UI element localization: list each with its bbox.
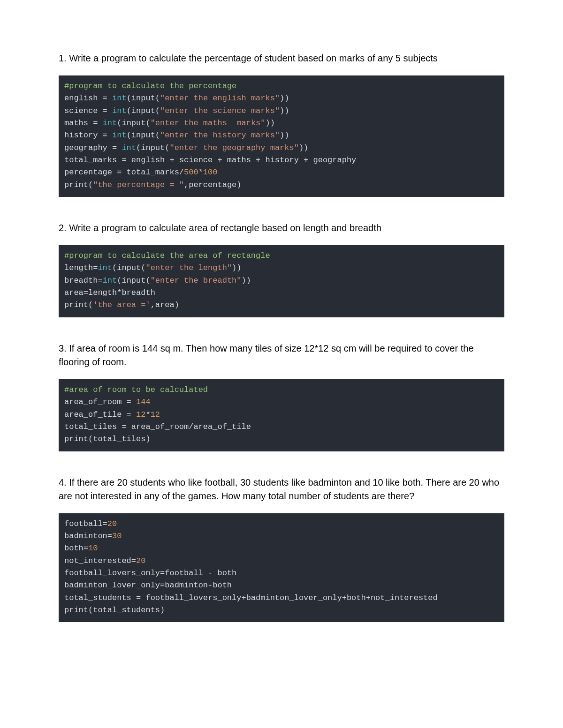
code-block: #program to calculate the area of rectan… — [59, 245, 504, 317]
code-token: total_tiles = area_of_room/area_of_tile — [64, 422, 251, 431]
code-token: int — [112, 94, 127, 103]
code-token: #area of room to be calculated — [64, 385, 208, 394]
code-token: 'the area =' — [93, 300, 150, 309]
code-token: )) — [266, 119, 275, 128]
question-text: 3. If area of room is 144 sq m. Then how… — [59, 342, 504, 369]
code-token: area=length*breadth — [64, 288, 155, 297]
code-token: int — [112, 106, 127, 115]
code-token: )) — [280, 106, 289, 115]
code-token: (input( — [127, 131, 160, 140]
question-text: 4. If there are 20 students who like foo… — [59, 476, 504, 503]
code-token: football_lovers_only=football - both — [64, 569, 236, 578]
code-token: total_students = football_lovers_only+ba… — [64, 593, 438, 602]
code-token: 30 — [112, 532, 122, 540]
question-text: 1. Write a program to calculate the perc… — [59, 52, 504, 65]
code-token: print( — [64, 300, 93, 309]
code-token: 20 — [107, 519, 117, 528]
code-token: total_marks = english + science + maths … — [64, 156, 356, 165]
code-token: science = — [64, 106, 112, 115]
code-token: badminton_lover_only=badminton-both — [64, 581, 232, 590]
code-token: history = — [64, 131, 112, 140]
code-token: badminton= — [64, 532, 112, 540]
code-token: ,percentage) — [184, 180, 241, 189]
code-token: int — [98, 263, 112, 272]
code-token: (input( — [112, 263, 145, 272]
code-block: #program to calculate the percentage eng… — [59, 75, 504, 197]
code-token: int — [122, 143, 136, 152]
code-token: #program to calculate the percentage — [64, 82, 236, 90]
code-token: (input( — [127, 94, 160, 103]
code-token: "enter the length" — [145, 263, 232, 272]
code-token: percentage = total_marks/ — [64, 168, 184, 177]
code-token: * — [198, 168, 203, 177]
code-token: )) — [280, 131, 289, 140]
code-token: (input( — [117, 276, 150, 285]
code-token: "enter the history marks" — [160, 131, 280, 140]
code-token: (input( — [127, 106, 160, 115]
code-block: football=20 badminton=30 both=10 not_int… — [59, 513, 504, 623]
code-token: int — [112, 131, 127, 140]
code-token: )) — [232, 263, 241, 272]
code-token: print( — [64, 180, 93, 189]
code-token: * — [145, 410, 150, 419]
code-token: geography = — [64, 143, 122, 152]
code-token: )) — [299, 143, 308, 152]
code-token: english = — [64, 94, 112, 103]
code-token: not_interested= — [64, 556, 136, 565]
code-token: )) — [242, 276, 251, 285]
code-token: area_of_room = — [64, 398, 136, 406]
question-text: 2. Write a program to calculate area of … — [59, 221, 504, 235]
code-token: 100 — [203, 168, 218, 177]
code-token: "enter the english marks" — [160, 94, 280, 103]
code-token: 10 — [88, 544, 98, 553]
code-token: 12 — [151, 410, 160, 419]
code-token: "the percentage = " — [93, 180, 184, 189]
code-token: (input( — [136, 143, 169, 152]
code-token: 500 — [184, 168, 198, 177]
code-token: length= — [64, 263, 98, 272]
code-token: 144 — [136, 398, 151, 406]
code-token: both= — [64, 544, 88, 553]
code-token: int — [103, 119, 117, 128]
code-token: (input( — [117, 119, 150, 128]
document-page: 1. Write a program to calculate the perc… — [0, 0, 563, 728]
code-token: maths = — [64, 119, 103, 128]
code-token: breadth= — [64, 276, 103, 285]
code-token: )) — [280, 94, 289, 103]
code-token: #program to calculate the area of rectan… — [64, 251, 270, 260]
code-token: print(total_students) — [64, 606, 165, 615]
code-token: area_of_tile = — [64, 410, 136, 419]
code-token: "enter the maths marks" — [151, 119, 266, 128]
code-token: "enter the breadth" — [151, 276, 242, 285]
code-token: "enter the geography marks" — [169, 143, 298, 152]
code-token: "enter the science marks" — [160, 106, 280, 115]
code-token: 20 — [136, 556, 145, 565]
code-token: football= — [64, 519, 107, 528]
code-token: print(total_tiles) — [64, 435, 151, 443]
code-token: 12 — [136, 410, 145, 419]
code-block: #area of room to be calculated area_of_r… — [59, 379, 504, 451]
code-token: ,area) — [151, 300, 179, 309]
code-token: int — [103, 276, 117, 285]
